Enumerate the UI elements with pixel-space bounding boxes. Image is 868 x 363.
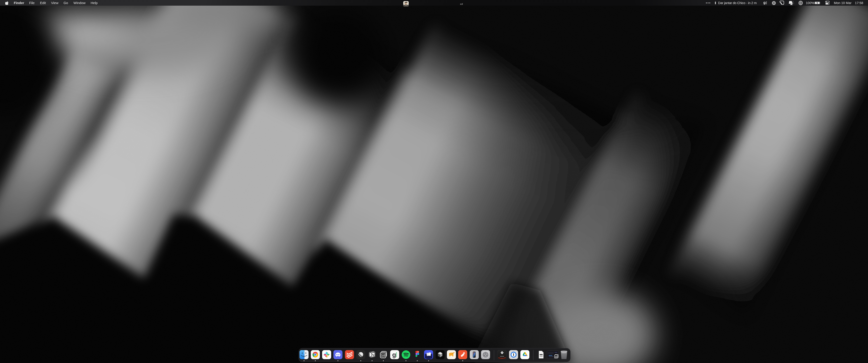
svg-text:raycast: raycast bbox=[500, 356, 504, 357]
svg-text:N: N bbox=[372, 353, 374, 357]
svg-text:g: g bbox=[392, 351, 396, 358]
svg-text:10: 10 bbox=[381, 354, 384, 357]
